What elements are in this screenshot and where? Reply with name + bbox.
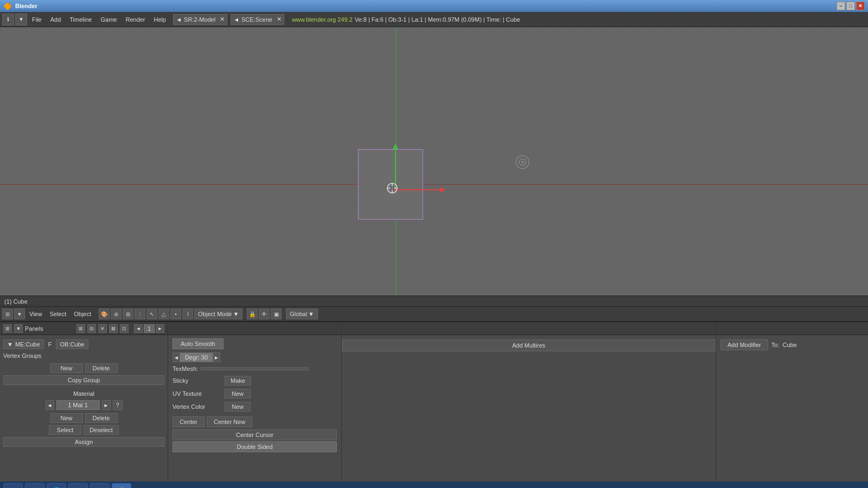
vtb-icon-snap2[interactable]: ⋮ xyxy=(135,309,145,319)
folder-button[interactable]: 📁 xyxy=(68,483,88,488)
prop-header-icon5[interactable]: ✕ xyxy=(98,324,107,333)
vtb-icon-tri[interactable]: △ xyxy=(158,309,169,319)
scene-dropdown[interactable]: ◄ SR:2-Model ✕ xyxy=(173,14,227,25)
center-cursor-btn[interactable]: Center Cursor xyxy=(173,429,337,440)
vertex-groups-label: Vertex Groups xyxy=(3,352,164,359)
me-dropdown[interactable]: ▼ ME:Cube xyxy=(3,339,44,349)
mat-select-btn[interactable]: Select xyxy=(49,425,81,435)
me-value: ME:Cube xyxy=(15,341,40,348)
scene-close[interactable]: ✕ xyxy=(220,16,225,23)
add-modifier-btn[interactable]: Add Modifier xyxy=(720,339,768,350)
prop-header-icon7[interactable]: ⊡ xyxy=(120,324,129,333)
prop-header-icon1[interactable]: ⊞ xyxy=(3,324,12,333)
menu-game[interactable]: Game xyxy=(97,15,120,24)
vtb-icon-snap[interactable]: ⊞ xyxy=(123,309,133,319)
viewport-object-label: (1) Cube xyxy=(4,298,28,305)
start-button[interactable]: ⊞ xyxy=(3,483,23,488)
maximize-button[interactable]: □ xyxy=(846,2,855,10)
prop-header-icon3[interactable]: ⊞ xyxy=(76,324,85,333)
page-prev[interactable]: ◄ xyxy=(134,324,143,333)
vtb-icon-magnet[interactable]: ⊛ xyxy=(111,309,122,319)
vtb-icon-arrow[interactable]: ↖ xyxy=(146,309,157,319)
copy-group-btn[interactable]: Copy Group xyxy=(3,375,164,385)
degr-row: ◄ Degr: 30 ► xyxy=(168,351,341,363)
mat-next-btn[interactable]: ► xyxy=(102,400,111,410)
vtb-view-menu[interactable]: View xyxy=(26,310,46,318)
vtb-icon-curve[interactable]: ⌇ xyxy=(182,309,193,319)
sce-close[interactable]: ✕ xyxy=(277,16,282,23)
mat-assign-row: Assign xyxy=(3,437,164,447)
menu-help[interactable]: Help xyxy=(150,15,170,24)
center-new-btn[interactable]: Center New xyxy=(207,416,252,427)
minimize-button[interactable]: − xyxy=(837,2,845,10)
auto-smooth-row: Auto Smooth xyxy=(168,335,341,351)
menu-timeline[interactable]: Timeline xyxy=(66,15,95,24)
cursor-3d xyxy=(386,182,398,194)
vtb-icon-square[interactable]: ▣ xyxy=(271,309,282,319)
vtb-select-menu[interactable]: Select xyxy=(47,310,70,318)
vtb-icon-lock[interactable]: 🔒 xyxy=(247,309,258,319)
menu-info-icon[interactable]: ℹ xyxy=(2,14,14,25)
sce-arrow-left[interactable]: ◄ xyxy=(233,16,239,23)
prop-header-icon4[interactable]: ⊟ xyxy=(87,324,96,333)
mat-delete-btn[interactable]: Delete xyxy=(85,413,118,423)
menu-file[interactable]: File xyxy=(28,15,46,24)
uv-new-btn[interactable]: New xyxy=(225,389,251,399)
ob-value: OB:Cube xyxy=(60,341,84,348)
vtb-icon-grid[interactable]: ⊞ xyxy=(2,309,13,319)
multires-header xyxy=(342,322,716,335)
auto-smooth-btn[interactable]: Auto Smooth xyxy=(173,338,224,349)
mat-question-btn[interactable]: ? xyxy=(113,400,123,410)
network-button[interactable]: 🌐 xyxy=(47,483,66,488)
scene-arrow-left[interactable]: ◄ xyxy=(176,16,182,23)
menubar: ℹ ▼ File Add Timeline Game Render Help ◄… xyxy=(0,12,868,27)
pivot-dropdown[interactable]: Global ▼ xyxy=(286,309,318,319)
vtb-icon-eye[interactable]: 👁 xyxy=(259,309,270,319)
degr-right-arrow[interactable]: ► xyxy=(213,352,220,362)
prop-left-content: ▼ ME:Cube F OB:Cube Vertex Groups New De… xyxy=(0,335,168,481)
firefox-button[interactable]: 🦊 xyxy=(25,483,44,488)
center-btn[interactable]: Center xyxy=(173,416,205,427)
copy-group-row: Copy Group xyxy=(3,375,164,385)
mat-deselect-btn[interactable]: Deselect xyxy=(84,425,119,435)
menu-render[interactable]: Render xyxy=(122,15,149,24)
blender-logo: 🔶 xyxy=(3,2,12,10)
double-sided-btn[interactable]: Double Sided xyxy=(173,441,337,452)
menu-view-icon[interactable]: ▼ xyxy=(15,14,27,25)
prop-header-icon6[interactable]: ⊠ xyxy=(109,324,118,333)
material-label: Material xyxy=(3,390,164,397)
vertex-color-label: Vertex Color xyxy=(173,403,221,410)
titlebar-controls: − □ ✕ xyxy=(837,2,865,10)
mat-new-btn[interactable]: New xyxy=(50,413,83,423)
add-multires-btn[interactable]: Add Multires xyxy=(342,339,716,351)
vtb-icon-down[interactable]: ▼ xyxy=(14,309,25,319)
sticky-label: Sticky xyxy=(173,377,221,384)
me-arrow: ▼ xyxy=(7,341,13,348)
texmesh-row: TexMesh: xyxy=(168,363,341,374)
degr-left-arrow[interactable]: ◄ xyxy=(173,352,180,362)
mat-assign-btn[interactable]: Assign xyxy=(3,437,164,447)
mode-dropdown[interactable]: Object Mode ▼ xyxy=(194,309,242,319)
mat-prev-btn[interactable]: ◄ xyxy=(46,400,54,410)
taskbar-app-btn[interactable]: ■ xyxy=(90,483,110,488)
vtb-icon-paint[interactable]: 🎨 xyxy=(99,309,110,319)
make-btn[interactable]: Make xyxy=(225,376,251,386)
to-value: Cube xyxy=(782,342,796,348)
ob-dropdown[interactable]: OB:Cube xyxy=(56,339,88,349)
vg-delete-btn[interactable]: Delete xyxy=(85,363,118,373)
y-axis-tip xyxy=(393,144,398,149)
close-button[interactable]: ✕ xyxy=(856,2,865,10)
mat-btn-row: New Delete xyxy=(3,413,164,423)
sce-dropdown[interactable]: ◄ SCE:Scene ✕ xyxy=(231,14,284,25)
prop-header-icon2[interactable]: ▼ xyxy=(14,324,23,333)
page-next[interactable]: ► xyxy=(156,324,164,333)
menu-add[interactable]: Add xyxy=(47,15,65,24)
texmesh-field[interactable] xyxy=(200,367,309,370)
svg-point-12 xyxy=(521,161,524,163)
vc-new-btn[interactable]: New xyxy=(225,402,251,412)
viewport-3d[interactable]: (1) Cube xyxy=(0,27,868,306)
vtb-icon-dot[interactable]: • xyxy=(170,309,181,319)
vtb-object-menu[interactable]: Object xyxy=(71,310,94,318)
blender-taskbar-btn[interactable]: 🔶 xyxy=(112,483,131,488)
vg-new-btn[interactable]: New xyxy=(50,363,83,373)
